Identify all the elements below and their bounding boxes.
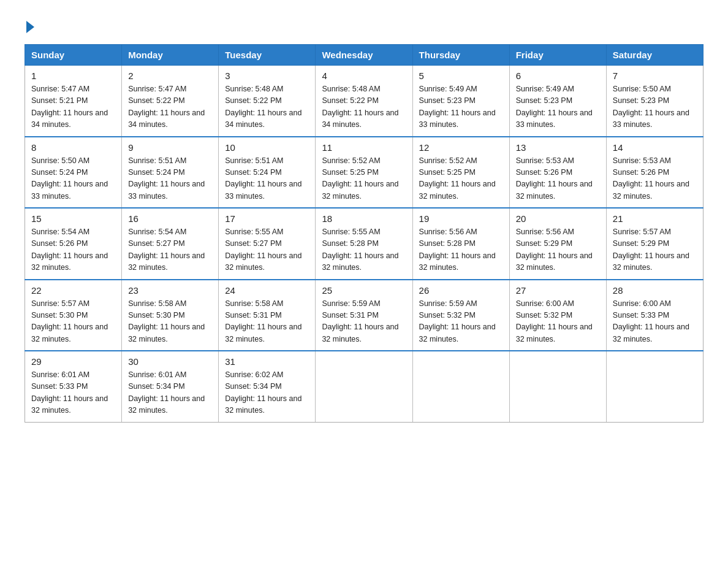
calendar-day-cell: 17Sunrise: 5:55 AMSunset: 5:27 PMDayligh… bbox=[219, 208, 316, 280]
calendar-header-friday: Friday bbox=[509, 45, 606, 66]
day-number: 23 bbox=[128, 285, 212, 296]
day-number: 17 bbox=[225, 213, 309, 224]
day-number: 26 bbox=[419, 285, 503, 296]
day-info: Sunrise: 5:48 AMSunset: 5:22 PMDaylight:… bbox=[322, 83, 406, 131]
calendar-day-cell: 3Sunrise: 5:48 AMSunset: 5:22 PMDaylight… bbox=[219, 66, 316, 137]
day-info: Sunrise: 6:00 AMSunset: 5:33 PMDaylight:… bbox=[613, 298, 697, 346]
day-info: Sunrise: 5:53 AMSunset: 5:26 PMDaylight:… bbox=[613, 155, 697, 203]
day-number: 12 bbox=[419, 142, 503, 153]
calendar-day-cell: 19Sunrise: 5:56 AMSunset: 5:28 PMDayligh… bbox=[412, 208, 509, 280]
calendar-day-cell: 28Sunrise: 6:00 AMSunset: 5:33 PMDayligh… bbox=[606, 280, 703, 351]
calendar-day-cell: 15Sunrise: 5:54 AMSunset: 5:26 PMDayligh… bbox=[25, 208, 122, 280]
day-number: 31 bbox=[225, 356, 309, 367]
day-number: 13 bbox=[516, 142, 600, 153]
day-info: Sunrise: 5:47 AMSunset: 5:22 PMDaylight:… bbox=[128, 83, 212, 131]
calendar-header-saturday: Saturday bbox=[606, 45, 703, 66]
calendar-day-cell: 29Sunrise: 6:01 AMSunset: 5:33 PMDayligh… bbox=[25, 351, 122, 422]
day-number: 6 bbox=[516, 71, 600, 81]
header bbox=[25, 18, 703, 33]
day-info: Sunrise: 5:52 AMSunset: 5:25 PMDaylight:… bbox=[322, 155, 406, 203]
calendar-day-cell: 2Sunrise: 5:47 AMSunset: 5:22 PMDaylight… bbox=[122, 66, 219, 137]
day-number: 1 bbox=[31, 71, 115, 81]
calendar-week-row: 8Sunrise: 5:50 AMSunset: 5:24 PMDaylight… bbox=[25, 137, 703, 209]
calendar-day-cell: 22Sunrise: 5:57 AMSunset: 5:30 PMDayligh… bbox=[25, 280, 122, 351]
day-number: 15 bbox=[31, 213, 115, 224]
calendar-day-cell: 12Sunrise: 5:52 AMSunset: 5:25 PMDayligh… bbox=[412, 137, 509, 209]
day-number: 19 bbox=[419, 213, 503, 224]
day-info: Sunrise: 5:48 AMSunset: 5:22 PMDaylight:… bbox=[225, 83, 309, 131]
day-number: 7 bbox=[613, 71, 697, 81]
day-info: Sunrise: 5:55 AMSunset: 5:28 PMDaylight:… bbox=[322, 226, 406, 274]
day-info: Sunrise: 5:50 AMSunset: 5:23 PMDaylight:… bbox=[613, 83, 697, 131]
day-info: Sunrise: 6:02 AMSunset: 5:34 PMDaylight:… bbox=[225, 369, 309, 417]
day-info: Sunrise: 5:59 AMSunset: 5:31 PMDaylight:… bbox=[322, 298, 406, 346]
calendar-week-row: 22Sunrise: 5:57 AMSunset: 5:30 PMDayligh… bbox=[25, 280, 703, 351]
calendar-header-monday: Monday bbox=[122, 45, 219, 66]
calendar-day-cell: 25Sunrise: 5:59 AMSunset: 5:31 PMDayligh… bbox=[316, 280, 412, 351]
calendar-empty-cell bbox=[412, 351, 509, 422]
calendar-empty-cell bbox=[316, 351, 412, 422]
day-number: 4 bbox=[322, 71, 406, 81]
day-info: Sunrise: 6:01 AMSunset: 5:34 PMDaylight:… bbox=[128, 369, 212, 417]
logo-blue-container bbox=[25, 18, 34, 33]
day-number: 25 bbox=[322, 285, 406, 296]
calendar-week-row: 15Sunrise: 5:54 AMSunset: 5:26 PMDayligh… bbox=[25, 208, 703, 280]
day-info: Sunrise: 5:49 AMSunset: 5:23 PMDaylight:… bbox=[516, 83, 600, 131]
day-number: 18 bbox=[322, 213, 406, 224]
day-number: 8 bbox=[31, 142, 115, 153]
day-info: Sunrise: 5:58 AMSunset: 5:30 PMDaylight:… bbox=[128, 298, 212, 346]
day-info: Sunrise: 5:55 AMSunset: 5:27 PMDaylight:… bbox=[225, 226, 309, 274]
day-info: Sunrise: 5:54 AMSunset: 5:27 PMDaylight:… bbox=[128, 226, 212, 274]
calendar-week-row: 1Sunrise: 5:47 AMSunset: 5:21 PMDaylight… bbox=[25, 66, 703, 137]
day-number: 3 bbox=[225, 71, 309, 81]
day-info: Sunrise: 6:01 AMSunset: 5:33 PMDaylight:… bbox=[31, 369, 115, 417]
day-number: 16 bbox=[128, 213, 212, 224]
calendar-day-cell: 4Sunrise: 5:48 AMSunset: 5:22 PMDaylight… bbox=[316, 66, 412, 137]
calendar-day-cell: 20Sunrise: 5:56 AMSunset: 5:29 PMDayligh… bbox=[509, 208, 606, 280]
day-number: 30 bbox=[128, 356, 212, 367]
day-info: Sunrise: 5:53 AMSunset: 5:26 PMDaylight:… bbox=[516, 155, 600, 203]
calendar-empty-cell bbox=[606, 351, 703, 422]
day-info: Sunrise: 5:54 AMSunset: 5:26 PMDaylight:… bbox=[31, 226, 115, 274]
day-info: Sunrise: 6:00 AMSunset: 5:32 PMDaylight:… bbox=[516, 298, 600, 346]
calendar-day-cell: 9Sunrise: 5:51 AMSunset: 5:24 PMDaylight… bbox=[122, 137, 219, 209]
day-number: 24 bbox=[225, 285, 309, 296]
calendar-day-cell: 21Sunrise: 5:57 AMSunset: 5:29 PMDayligh… bbox=[606, 208, 703, 280]
calendar-day-cell: 27Sunrise: 6:00 AMSunset: 5:32 PMDayligh… bbox=[509, 280, 606, 351]
calendar-day-cell: 18Sunrise: 5:55 AMSunset: 5:28 PMDayligh… bbox=[316, 208, 412, 280]
calendar-day-cell: 13Sunrise: 5:53 AMSunset: 5:26 PMDayligh… bbox=[509, 137, 606, 209]
calendar-day-cell: 1Sunrise: 5:47 AMSunset: 5:21 PMDaylight… bbox=[25, 66, 122, 137]
day-number: 28 bbox=[613, 285, 697, 296]
day-info: Sunrise: 5:58 AMSunset: 5:31 PMDaylight:… bbox=[225, 298, 309, 346]
calendar-day-cell: 10Sunrise: 5:51 AMSunset: 5:24 PMDayligh… bbox=[219, 137, 316, 209]
day-info: Sunrise: 5:51 AMSunset: 5:24 PMDaylight:… bbox=[225, 155, 309, 203]
day-info: Sunrise: 5:51 AMSunset: 5:24 PMDaylight:… bbox=[128, 155, 212, 203]
calendar-day-cell: 8Sunrise: 5:50 AMSunset: 5:24 PMDaylight… bbox=[25, 137, 122, 209]
day-info: Sunrise: 5:59 AMSunset: 5:32 PMDaylight:… bbox=[419, 298, 503, 346]
calendar-header-thursday: Thursday bbox=[412, 45, 509, 66]
calendar-day-cell: 7Sunrise: 5:50 AMSunset: 5:23 PMDaylight… bbox=[606, 66, 703, 137]
calendar-header-sunday: Sunday bbox=[25, 45, 122, 66]
calendar-empty-cell bbox=[509, 351, 606, 422]
calendar-day-cell: 6Sunrise: 5:49 AMSunset: 5:23 PMDaylight… bbox=[509, 66, 606, 137]
calendar-day-cell: 16Sunrise: 5:54 AMSunset: 5:27 PMDayligh… bbox=[122, 208, 219, 280]
calendar-day-cell: 11Sunrise: 5:52 AMSunset: 5:25 PMDayligh… bbox=[316, 137, 412, 209]
day-info: Sunrise: 5:49 AMSunset: 5:23 PMDaylight:… bbox=[419, 83, 503, 131]
calendar-day-cell: 24Sunrise: 5:58 AMSunset: 5:31 PMDayligh… bbox=[219, 280, 316, 351]
day-number: 22 bbox=[31, 285, 115, 296]
day-number: 27 bbox=[516, 285, 600, 296]
calendar-day-cell: 26Sunrise: 5:59 AMSunset: 5:32 PMDayligh… bbox=[412, 280, 509, 351]
day-number: 9 bbox=[128, 142, 212, 153]
calendar-day-cell: 5Sunrise: 5:49 AMSunset: 5:23 PMDaylight… bbox=[412, 66, 509, 137]
calendar-week-row: 29Sunrise: 6:01 AMSunset: 5:33 PMDayligh… bbox=[25, 351, 703, 422]
calendar-day-cell: 14Sunrise: 5:53 AMSunset: 5:26 PMDayligh… bbox=[606, 137, 703, 209]
calendar-table: SundayMondayTuesdayWednesdayThursdayFrid… bbox=[25, 44, 703, 423]
day-number: 29 bbox=[31, 356, 115, 367]
day-info: Sunrise: 5:52 AMSunset: 5:25 PMDaylight:… bbox=[419, 155, 503, 203]
logo-area bbox=[25, 18, 34, 33]
day-info: Sunrise: 5:56 AMSunset: 5:28 PMDaylight:… bbox=[419, 226, 503, 274]
day-number: 14 bbox=[613, 142, 697, 153]
calendar-day-cell: 30Sunrise: 6:01 AMSunset: 5:34 PMDayligh… bbox=[122, 351, 219, 422]
day-info: Sunrise: 5:56 AMSunset: 5:29 PMDaylight:… bbox=[516, 226, 600, 274]
day-info: Sunrise: 5:47 AMSunset: 5:21 PMDaylight:… bbox=[31, 83, 115, 131]
